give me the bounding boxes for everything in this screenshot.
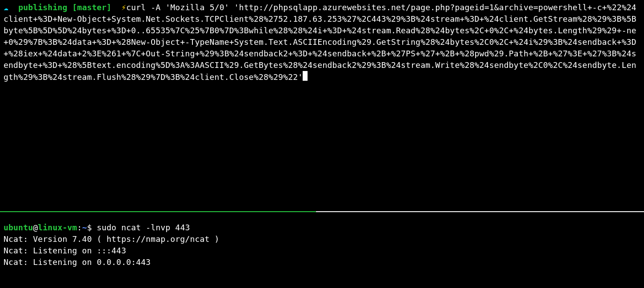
prompt-colon: : [77, 223, 82, 232]
prompt-directory: publishing [18, 3, 67, 12]
prompt-path: ~ [82, 223, 87, 232]
output-line: Ncat: Listening on 0.0.0.0:443 [4, 256, 640, 268]
git-branch-close: ] [107, 3, 112, 12]
prompt-line-bottom[interactable]: ubuntu@linux-vm:~$ sudo ncat -lnvp 443 [4, 222, 640, 233]
terminal-pane-bottom[interactable]: ubuntu@linux-vm:~$ sudo ncat -lnvp 443 N… [0, 212, 644, 288]
command-head: curl -A 'Mozilla 5/0' 'http://phpsqlapp.… [126, 3, 572, 12]
prompt-at: @ [33, 223, 38, 232]
prompt-user: ubuntu [4, 223, 33, 232]
prompt-line-top[interactable]: ☁ publishing [master] ⚡curl -A 'Mozilla … [4, 2, 640, 83]
cursor-top [303, 71, 308, 81]
command-bottom: sudo ncat -lnvp 443 [97, 223, 190, 232]
output-line: Ncat: Listening on :::443 [4, 245, 640, 256]
command-wrap: ell+-c+%22%24client+%3D+New-Object+Syste… [4, 3, 636, 82]
git-branch-open: [ [72, 3, 77, 12]
bolt-icon: ⚡ [121, 3, 126, 12]
git-branch-name: master [77, 3, 107, 12]
terminal-pane-top[interactable]: ☁ publishing [master] ⚡curl -A 'Mozilla … [0, 0, 644, 211]
prompt-host: linux-vm [38, 223, 77, 232]
output-line: Ncat: Version 7.40 ( https://nmap.org/nc… [4, 233, 640, 245]
prompt-dollar: $ [87, 223, 97, 232]
cloud-icon: ☁ [4, 3, 8, 12]
